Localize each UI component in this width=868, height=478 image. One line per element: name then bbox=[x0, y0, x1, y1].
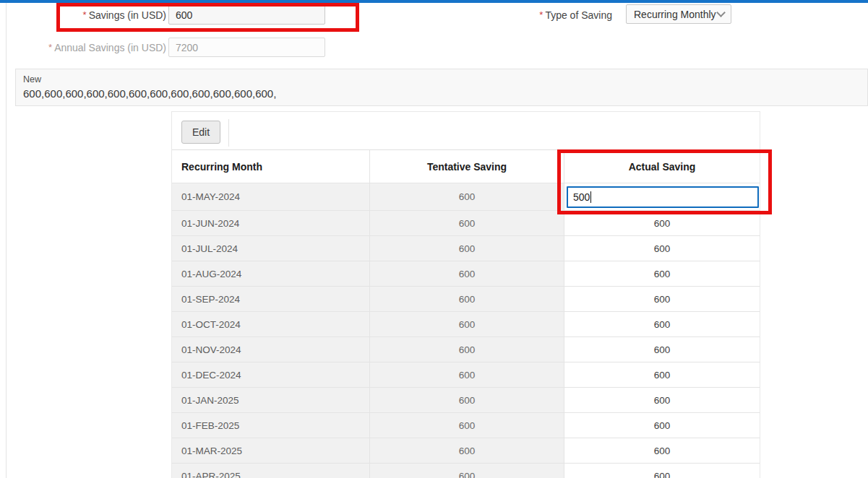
table-body: 01-MAY-2024 600 500 01-JUN-2024 600 600 … bbox=[172, 183, 760, 478]
savings-table: Recurring Month Tentative Saving Actual … bbox=[172, 150, 760, 478]
column-header-tentative-saving[interactable]: Tentative Saving bbox=[370, 150, 564, 183]
cell-tentative: 600 bbox=[370, 261, 564, 287]
cell-tentative: 600 bbox=[370, 388, 564, 413]
table-row: 01-MAY-2024 600 500 bbox=[172, 183, 760, 211]
column-header-recurring-month[interactable]: Recurring Month bbox=[172, 150, 370, 183]
chevron-down-icon bbox=[716, 8, 726, 17]
table-row: 01-JUL-2024 600 600 bbox=[172, 236, 760, 261]
type-of-saving-label: *Type of Saving bbox=[506, 9, 612, 21]
text-caret bbox=[590, 191, 591, 203]
table-row: 01-AUG-2024 600 600 bbox=[172, 261, 760, 287]
cell-actual[interactable]: 600 bbox=[564, 413, 760, 438]
cell-tentative: 600 bbox=[370, 287, 564, 312]
annual-savings-input bbox=[168, 38, 325, 57]
cell-month: 01-AUG-2024 bbox=[172, 261, 370, 287]
cell-month: 01-JAN-2025 bbox=[172, 388, 370, 413]
required-asterisk: * bbox=[48, 42, 52, 53]
cell-month: 01-OCT-2024 bbox=[172, 312, 370, 337]
top-accent-bar bbox=[0, 0, 868, 3]
cell-actual[interactable]: 500 bbox=[564, 183, 760, 211]
cell-month: 01-MAR-2025 bbox=[172, 438, 370, 464]
savings-label: *Savings (in USD) bbox=[58, 9, 166, 21]
cell-actual[interactable]: 600 bbox=[564, 211, 760, 236]
cell-month: 01-DEC-2024 bbox=[172, 362, 370, 388]
toolbar-divider bbox=[228, 119, 229, 147]
cell-month: 01-APR-2025 bbox=[172, 464, 370, 478]
page-left-divider bbox=[6, 3, 7, 478]
cell-tentative: 600 bbox=[370, 362, 564, 388]
cell-tentative: 600 bbox=[370, 464, 564, 478]
table-row: 01-APR-2025 600 600 bbox=[172, 464, 760, 478]
annual-savings-label: *Annual Savings (in USD) bbox=[22, 42, 166, 53]
cell-tentative: 600 bbox=[370, 183, 564, 211]
select-value: Recurring Monthly bbox=[634, 9, 716, 20]
type-of-saving-select[interactable]: Recurring Monthly bbox=[626, 4, 731, 24]
actual-saving-edit-input[interactable]: 500 bbox=[567, 186, 759, 208]
recurring-savings-panel: Edit Recurring Month Tentative Saving Ac… bbox=[171, 111, 760, 478]
cell-month: 01-MAY-2024 bbox=[172, 183, 370, 211]
cell-actual[interactable]: 600 bbox=[564, 287, 760, 312]
cell-tentative: 600 bbox=[370, 337, 564, 362]
table-row: 01-NOV-2024 600 600 bbox=[172, 337, 760, 362]
cell-tentative: 600 bbox=[370, 236, 564, 261]
edit-button[interactable]: Edit bbox=[181, 121, 220, 144]
actual-saving-edit-value: 500 bbox=[573, 191, 590, 203]
required-asterisk: * bbox=[539, 9, 543, 20]
cell-actual[interactable]: 600 bbox=[564, 337, 760, 362]
savings-input[interactable] bbox=[168, 5, 325, 25]
cell-actual[interactable]: 600 bbox=[564, 438, 760, 464]
cell-tentative: 600 bbox=[370, 413, 564, 438]
cell-month: 01-FEB-2025 bbox=[172, 413, 370, 438]
cell-tentative: 600 bbox=[370, 312, 564, 337]
table-header-row: Recurring Month Tentative Saving Actual … bbox=[172, 150, 760, 183]
cell-actual[interactable]: 600 bbox=[564, 388, 760, 413]
table-toolbar: Edit bbox=[172, 112, 760, 150]
status-values: 600,600,600,600,600,600,600,600,600,600,… bbox=[23, 87, 867, 101]
cell-tentative: 600 bbox=[370, 211, 564, 236]
table-row: 01-SEP-2024 600 600 bbox=[172, 287, 760, 312]
cell-month: 01-JUN-2024 bbox=[172, 211, 370, 236]
cell-actual[interactable]: 600 bbox=[564, 312, 760, 337]
cell-month: 01-SEP-2024 bbox=[172, 287, 370, 312]
cell-actual[interactable]: 600 bbox=[564, 464, 760, 478]
table-row: 01-DEC-2024 600 600 bbox=[172, 362, 760, 388]
cell-tentative: 600 bbox=[370, 438, 564, 464]
cell-actual[interactable]: 600 bbox=[564, 236, 760, 261]
cell-actual[interactable]: 600 bbox=[564, 362, 760, 388]
status-title: New bbox=[23, 74, 867, 85]
cell-actual[interactable]: 600 bbox=[564, 261, 760, 287]
table-row: 01-JAN-2025 600 600 bbox=[172, 388, 760, 413]
cell-month: 01-NOV-2024 bbox=[172, 337, 370, 362]
column-header-actual-saving[interactable]: Actual Saving bbox=[564, 150, 760, 183]
status-panel: New 600,600,600,600,600,600,600,600,600,… bbox=[15, 69, 868, 106]
cell-month: 01-JUL-2024 bbox=[172, 236, 370, 261]
table-row: 01-FEB-2025 600 600 bbox=[172, 413, 760, 438]
table-row: 01-MAR-2025 600 600 bbox=[172, 438, 760, 464]
required-asterisk: * bbox=[83, 9, 87, 20]
table-row: 01-JUN-2024 600 600 bbox=[172, 211, 760, 236]
table-row: 01-OCT-2024 600 600 bbox=[172, 312, 760, 337]
